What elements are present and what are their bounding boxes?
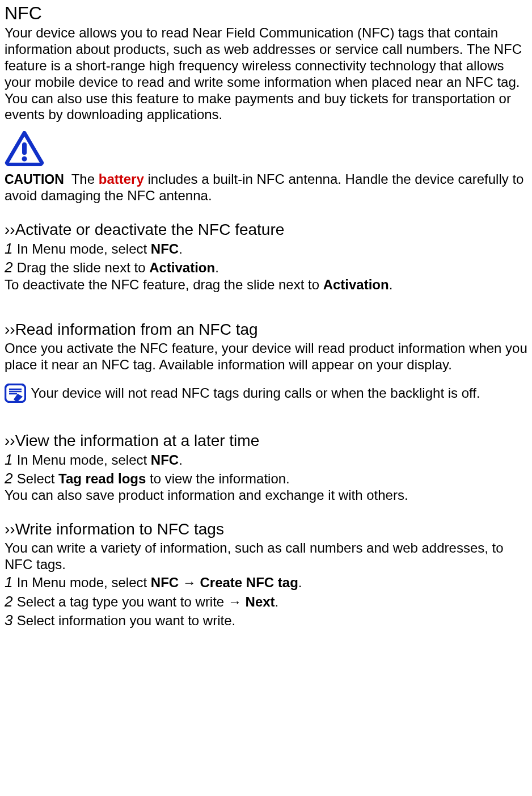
sect4-body: You can write a variety of information, … [5,540,527,573]
sect4-step1: 1 In Menu mode, select NFC → Create NFC … [5,574,527,591]
sect3-step2: 2 Select Tag read logs to view the infor… [5,470,527,487]
intro-paragraph: Your device allows you to read Near Fiel… [5,25,527,123]
sect1-step1: 1 In Menu mode, select NFC. [5,240,527,258]
subhead-read: ››Read information from an NFC tag [5,320,527,339]
battery-word: battery [99,171,144,187]
caution-label: CAUTION [5,172,64,187]
sect3-step1: 1 In Menu mode, select NFC. [5,451,527,469]
caution-text: CAUTION The battery includes a built-in … [5,171,527,204]
svg-point-1 [22,157,27,162]
caution-icon [5,123,527,171]
sect1-deactivate: To deactivate the NFC feature, drag the … [5,277,527,293]
svg-rect-0 [22,142,27,155]
subhead-view: ››View the information at a later time [5,431,527,450]
sect2-body: Once you activate the NFC feature, your … [5,340,527,373]
sect2-note: Your device will not read NFC tags durin… [5,385,527,404]
note-icon [5,384,26,403]
subhead-activate: ››Activate or deactivate the NFC feature [5,220,527,239]
page-title: NFC [5,2,527,24]
sect4-step2: 2 Select a tag type you want to write → … [5,593,527,610]
sect1-step2: 2 Drag the slide next to Activation. [5,259,527,276]
sect4-step3: 3 Select information you want to write. [5,612,527,629]
subhead-write: ››Write information to NFC tags [5,520,527,539]
sect3-extra: You can also save product information an… [5,487,527,504]
